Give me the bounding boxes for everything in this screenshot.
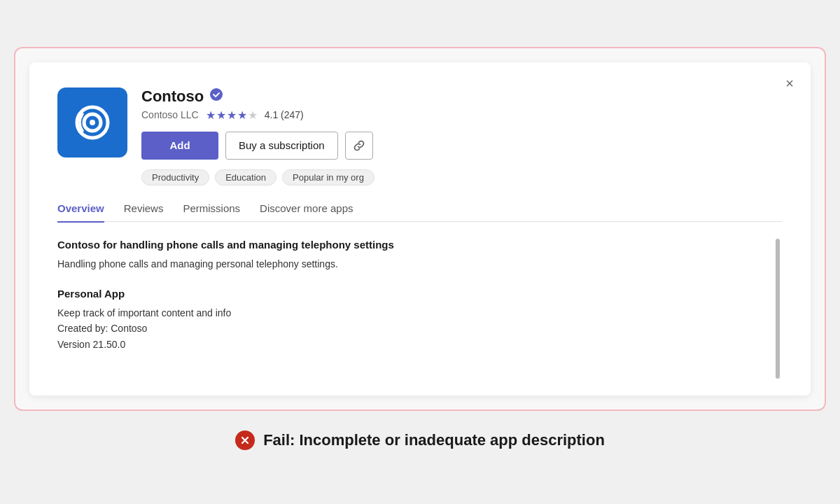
verified-badge-icon <box>209 88 223 105</box>
outer-wrapper: × Contoso <box>14 47 826 411</box>
fail-section: Fail: Incomplete or inadequate app descr… <box>235 424 605 457</box>
app-icon <box>57 88 127 158</box>
tab-discover[interactable]: Discover more apps <box>260 202 353 223</box>
fail-icon <box>235 430 255 450</box>
app-publisher-row: Contoso LLC ★ ★ ★ ★ ★ 4.1 (247) <box>141 108 783 122</box>
tags-row: Productivity Education Popular in my org <box>141 169 783 186</box>
star-3: ★ <box>227 108 237 122</box>
app-name: Contoso <box>141 88 204 106</box>
svg-point-3 <box>210 88 223 101</box>
x-icon <box>239 435 251 446</box>
app-detail-modal: × Contoso <box>29 62 811 396</box>
app-title-row: Contoso <box>141 88 783 106</box>
star-5: ★ <box>248 108 258 122</box>
personal-app-details: Keep track of important content and info… <box>57 305 762 352</box>
rating-value: 4.1 (247) <box>265 109 304 120</box>
tab-permissions[interactable]: Permissions <box>183 202 240 223</box>
tag-education: Education <box>215 169 276 186</box>
description-text: Handling phone calls and managing person… <box>57 256 762 272</box>
link-button[interactable] <box>345 132 373 160</box>
star-1: ★ <box>206 108 216 122</box>
star-2: ★ <box>216 108 226 122</box>
star-rating: ★ ★ ★ ★ ★ <box>206 108 258 122</box>
description-title: Contoso for handling phone calls and man… <box>57 239 762 251</box>
tag-popular: Popular in my org <box>282 169 374 186</box>
detail-line-1: Keep track of important content and info <box>57 305 762 321</box>
scrollbar[interactable] <box>776 239 780 379</box>
add-button[interactable]: Add <box>141 132 218 160</box>
action-row: Add Buy a subscription <box>141 132 783 160</box>
star-4: ★ <box>237 108 247 122</box>
app-info: Contoso Contoso LLC ★ ★ ★ ★ <box>141 88 783 186</box>
content-section: Contoso for handling phone calls and man… <box>57 239 783 352</box>
buy-subscription-button[interactable]: Buy a subscription <box>225 132 338 160</box>
publisher-name: Contoso LLC <box>141 109 199 120</box>
tab-overview[interactable]: Overview <box>57 202 104 223</box>
personal-app-title: Personal App <box>57 288 762 300</box>
tab-reviews[interactable]: Reviews <box>124 202 164 223</box>
svg-point-2 <box>90 120 95 125</box>
tag-productivity: Productivity <box>141 169 209 186</box>
fail-label: Fail: Incomplete or inadequate app descr… <box>263 431 605 449</box>
close-button[interactable]: × <box>781 74 798 93</box>
chain-link-icon <box>353 139 365 152</box>
tabs-row: Overview Reviews Permissions Discover mo… <box>57 202 783 223</box>
detail-line-2: Created by: Contoso <box>57 321 762 336</box>
detail-line-3: Version 21.50.0 <box>57 337 762 352</box>
modal-header: Contoso Contoso LLC ★ ★ ★ ★ <box>57 88 783 186</box>
app-logo-icon <box>70 100 115 145</box>
